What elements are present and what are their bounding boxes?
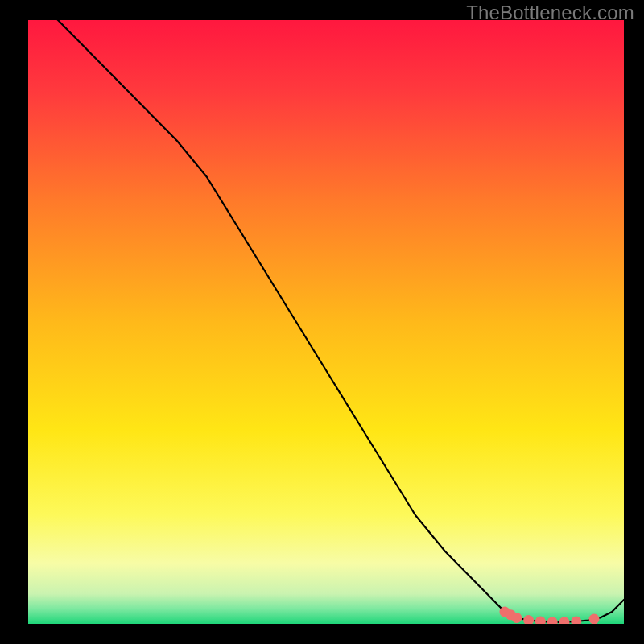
chart-stage: TheBottleneck.com <box>0 0 644 644</box>
plot-background <box>28 20 624 624</box>
marker-dot <box>511 613 522 623</box>
watermark-text: TheBottleneck.com <box>466 2 634 24</box>
bottleneck-chart <box>28 20 624 624</box>
marker-dot <box>589 614 600 625</box>
